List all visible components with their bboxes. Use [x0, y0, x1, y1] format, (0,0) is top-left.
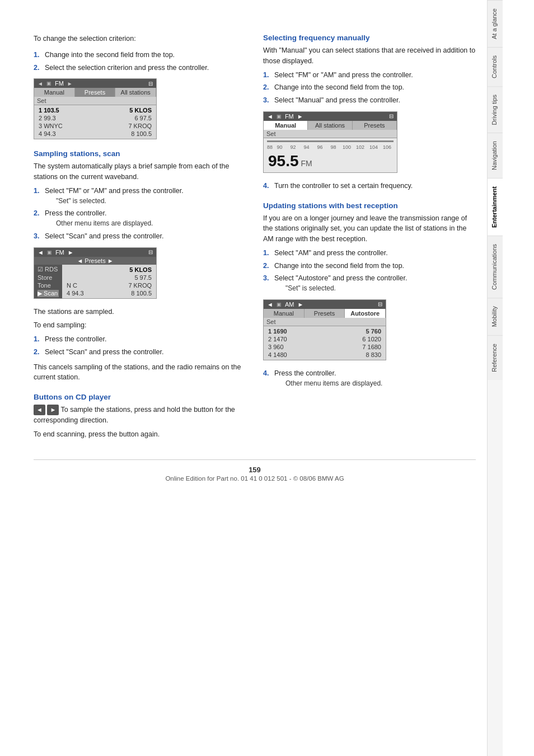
list-item: 1. Change into the second field from the…	[34, 50, 246, 60]
sidebar-item-mobility[interactable]: Mobility	[488, 298, 503, 335]
manual-ui-header: ◄ ▣ FM ► ⊟	[264, 112, 397, 121]
list-item: 2. Select "Scan" and press the controlle…	[34, 347, 246, 358]
sidebar-item-driving-tips[interactable]: Driving tips	[488, 86, 503, 133]
station-row: 1 103.5 5 KLOS	[34, 106, 156, 114]
scan-subheader: ◄ Presets ►	[34, 257, 156, 265]
scan-station-list: 5 KLOS 5 97.5 N C 7 KROQ	[62, 265, 156, 298]
sampling-steps: 1. Select "FM" or "AM" and press the con…	[34, 186, 246, 242]
frequency-bar: 88 90 92 94 96 98 100 102 104 106	[264, 144, 397, 151]
buttons-title: Buttons on CD player	[34, 393, 246, 401]
station-row: 4 1480 8 830	[264, 351, 386, 359]
station-list: 1 103.5 5 KLOS 2 99.3 6 97.5 3 WNYC 7 KR…	[34, 105, 156, 139]
buttons-section: Buttons on CD player ◄ ► To sample the s…	[34, 393, 246, 439]
list-item: 2. Change into the second field from the…	[263, 261, 476, 271]
next-button-icon: ►	[47, 405, 59, 415]
cancel-text: This cancels sampling of the stations, a…	[34, 362, 246, 383]
frequency-cursor	[267, 140, 394, 142]
list-item: 1. Select "FM" or "AM" and press the con…	[263, 70, 476, 81]
manual-intro: With "Manual" you can select stations th…	[263, 45, 476, 67]
sampling-section: Sampling stations, scan The system autom…	[34, 149, 246, 383]
step-sub: "Set" is selected.	[56, 196, 184, 206]
list-item: 3. Select "Autostore" and press the cont…	[263, 273, 476, 294]
end-steps: 1. Press the controller. 2. Select "Scan…	[34, 334, 246, 358]
set-label: Set	[34, 97, 156, 105]
station-row: 5 KLOS	[62, 266, 156, 274]
station-row: N C 7 KROQ	[62, 281, 156, 289]
arrow-right-icon: ►	[67, 81, 73, 87]
sampling-title: Sampling stations, scan	[34, 149, 246, 158]
am-station-list: 1 1690 5 760 2 1470 6 1020 3 960 7 1680	[264, 326, 386, 360]
scan-ui: ◄ ▣ FM ► ⊟ ◄ Presets ► ☑ RDS Store Tone	[34, 247, 157, 299]
end-sampling-label: To end sampling:	[34, 320, 246, 331]
manual-radio-ui: ◄ ▣ FM ► ⊟ Manual All stations Presets S…	[263, 111, 397, 173]
list-item: 1. Press the controller.	[34, 334, 246, 345]
step4-list: 4. Turn the controller to set a certain …	[263, 181, 476, 191]
radio-ui-header: ◄ ▣ FM ► ⊟	[34, 79, 156, 88]
tab-manual: Manual	[264, 309, 305, 318]
autostore-header: ◄ ▣ AM ► ⊟	[264, 300, 386, 309]
tab-all-stations: All stations	[115, 88, 156, 97]
sidebar-item-entertainment[interactable]: Entertainment	[488, 178, 503, 236]
tab-manual: Manual	[34, 88, 75, 97]
menu-rds: ☑ RDS	[38, 266, 59, 273]
sidebar-item-controls[interactable]: Controls	[488, 47, 503, 86]
sidebar-item-reference[interactable]: Reference	[488, 335, 503, 380]
tab-presets: Presets	[353, 121, 397, 130]
sidebar-item-at-a-glance[interactable]: At a glance	[488, 0, 503, 47]
autostore-ui: ◄ ▣ AM ► ⊟ Manual Presets Autostore Set	[263, 299, 386, 360]
list-item: 3. Select "Scan" and press the controlle…	[34, 231, 246, 242]
station-row: 3 WNYC 7 KROQ	[34, 122, 156, 130]
station-row: 1 1690 5 760	[264, 327, 386, 335]
list-item: 2. Press the controller. Other menu item…	[34, 208, 246, 229]
set-label: Set	[264, 130, 397, 138]
menu-tone: Tone	[38, 282, 59, 289]
list-item: 4. Turn the controller to set a certain …	[263, 181, 476, 191]
list-item: 1. Select "FM" or "AM" and press the con…	[34, 186, 246, 206]
step-sub: "Set" is selected.	[285, 284, 407, 293]
list-item: 2. Select the selection criterion and pr…	[34, 63, 246, 73]
arrow-left-icon: ◄	[38, 81, 43, 87]
tab-all-stations: All stations	[308, 121, 352, 130]
radio-mode-label: FM	[55, 80, 64, 87]
updating-title: Updating stations with best reception	[263, 201, 476, 210]
step4-updating-list: 4. Press the controller. Other menu item…	[263, 368, 476, 389]
station-row: 2 99.3 6 97.5	[34, 114, 156, 122]
step-sub: Other menu items are displayed.	[56, 219, 153, 228]
menu-icon: ⊟	[148, 81, 153, 87]
manual-ui-tabs: Manual All stations Presets	[264, 121, 397, 130]
updating-section: Updating stations with best reception If…	[263, 201, 476, 389]
big-frequency-display: 95.5 FM	[264, 151, 397, 172]
list-item: 3. Select "Manual" and press the control…	[263, 95, 476, 106]
station-row: 5 97.5	[62, 274, 156, 281]
menu-scan: ▶ Scan	[38, 290, 59, 297]
side-navigation: At a glance Controls Driving tips Naviga…	[487, 0, 503, 756]
tab-autostore: Autostore	[345, 309, 386, 318]
tab-presets: Presets	[75, 88, 116, 97]
autostore-tabs: Manual Presets Autostore	[264, 309, 386, 318]
after-scan-text: The stations are sampled.	[34, 307, 246, 317]
intro-text: To change the selection criterion:	[34, 34, 246, 44]
list-item: 1. Select "AM" and press the controller.	[263, 248, 476, 259]
manual-steps: 1. Select "FM" or "AM" and press the con…	[263, 70, 476, 106]
sidebar-item-communications[interactable]: Communications	[488, 236, 503, 298]
station-row: 2 1470 6 1020	[264, 335, 386, 343]
menu-store: Store	[38, 274, 59, 281]
list-item: 2. Change into the second field from the…	[263, 82, 476, 93]
end-scan-text: To end scanning, press the button again.	[34, 429, 246, 440]
scan-menu: ☑ RDS Store Tone ▶ Scan	[34, 265, 62, 298]
updating-intro: If you are on a longer journey and leave…	[263, 213, 476, 245]
prev-button-icon: ◄	[34, 405, 45, 415]
list-item: 4. Press the controller. Other menu item…	[263, 368, 476, 389]
updating-steps: 1. Select "AM" and press the controller.…	[263, 248, 476, 294]
copyright-text: Online Edition for Part no. 01 41 0 012 …	[165, 475, 344, 482]
scan-content: ☑ RDS Store Tone ▶ Scan 5 KLOS	[34, 265, 156, 298]
sidebar-item-navigation[interactable]: Navigation	[488, 133, 503, 178]
station-row: 3 960 7 1680	[264, 343, 386, 351]
tab-presets: Presets	[305, 309, 345, 318]
set-label: Set	[264, 318, 386, 326]
buttons-intro: ◄ ► To sample the stations, press and ho…	[34, 405, 246, 426]
station-row: 4 94.3 8 100.5	[34, 130, 156, 138]
step-sub: Other menu items are displayed.	[285, 379, 382, 388]
station-row: 4 94.3 8 100.5	[62, 289, 156, 297]
page-footer: 159 Online Edition for Part no. 01 41 0 …	[34, 459, 476, 485]
